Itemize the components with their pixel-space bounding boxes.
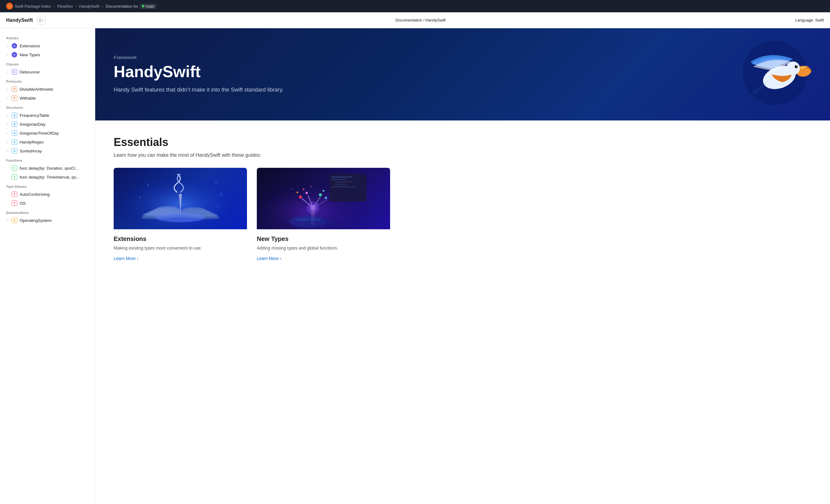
chevron-icon: › [5,149,9,153]
func-badge-2: f [12,174,17,180]
svg-rect-1 [41,19,43,20]
cards-grid: + { } [] ≡ # Extensions Making ex [114,168,390,267]
card-extensions-title: Extensions [114,235,247,243]
sidebar-section-classes: Classes [0,59,95,67]
sidebar-item-operatingsystem[interactable]: › E OperatingSystem [2,216,93,225]
sidebar-item-gregorianday[interactable]: › S GregorianDay [2,120,93,128]
svg-rect-23 [331,179,347,180]
typealias-badge-1: T [12,191,17,197]
sidebar-item-frequencytable[interactable]: › S FrequencyTable [2,111,93,120]
card-extensions-desc: Making existing types more convenient to… [114,245,247,251]
card-new-types-body: New Types Adding missing types and globa… [257,229,390,267]
breadcrumb-handyswift[interactable]: HandySwift [79,4,99,9]
header-left: HandySwift [6,16,46,25]
struct-badge-2: S [12,121,17,127]
sidebar-gregorianday-label: GregorianDay [20,122,88,127]
sidebar-section-functions: Functions [0,156,95,163]
struct-badge-1: S [12,113,17,118]
language-selector[interactable]: Language: Swift [795,18,824,23]
breadcrumb-swift-package-index[interactable]: Swift Package Index [15,4,51,9]
svg-point-32 [299,195,302,198]
sidebar-section-structures: Structures [0,103,95,111]
sidebar-sortedarray-label: SortedArray [20,149,88,153]
svg-text:#: # [217,205,219,208]
svg-point-10 [787,61,800,75]
card-extensions-learn-more[interactable]: Learn More › [114,256,138,261]
sidebar-item-gregoriantimeofday[interactable]: › S GregorianTimeOfDay [2,129,93,137]
svg-point-35 [325,197,327,199]
svg-rect-25 [334,184,347,185]
language-value-text: Swift [815,18,824,23]
hero-text: Framework HandySwift Handy Swift feature… [114,55,284,94]
struct-badge-3: S [12,130,17,136]
sidebar-new-types-label: New Types [20,53,88,57]
hero-title: HandySwift [114,63,284,81]
card-extensions: + { } [] ≡ # Extensions Making ex [114,168,247,267]
sidebar-section-articles: Articles [0,33,95,41]
svg-text:{ }: { } [214,180,218,184]
sidebar-item-func-delay-duration[interactable]: › f func delay(by: Duration, qosCl... [2,164,93,172]
svg-text:+: + [147,182,149,187]
language-label: Language: [795,18,814,23]
learn-more-label-new-types: Learn More [257,256,279,261]
svg-point-19 [156,213,205,222]
protocol-badge-2: P [12,95,17,101]
extensions-illustration: + { } [] ≡ # [114,168,247,229]
sidebar-item-new-types[interactable]: › A New Types [2,51,93,59]
breadcrumb-current: HandySwift [425,18,446,23]
breadcrumb-flinedev[interactable]: FlineDev [57,4,73,9]
card-new-types: * ✦ [257,168,390,267]
learn-more-label-extensions: Learn More [114,256,136,261]
svg-rect-21 [329,174,366,201]
svg-text:A: A [13,45,15,47]
sidebar-item-os[interactable]: › T OS [2,199,93,208]
svg-point-33 [305,192,308,194]
sidebar-toggle-button[interactable] [37,16,46,25]
svg-point-38 [323,190,324,192]
sidebar-item-autoconforming[interactable]: › T AutoConforming [2,190,93,198]
sidebar-divisiblearithmetic-label: DivisibleArithmetic [20,87,88,92]
svg-point-34 [319,193,322,196]
site-title: HandySwift [6,18,33,23]
svg-rect-2 [41,20,43,21]
branch-dot [142,5,145,7]
branch-name: main [146,4,154,9]
main-content: Framework HandySwift Handy Swift feature… [95,28,830,504]
sidebar: Articles › A Extensions › A [0,28,95,504]
new-types-illustration: * ✦ [257,168,390,229]
sidebar-operatingsystem-label: OperatingSystem [20,218,88,223]
sidebar-item-withable[interactable]: › P Withable [2,94,93,102]
svg-rect-26 [331,186,356,187]
class-badge: C [12,69,17,75]
sidebar-frequencytable-label: FrequencyTable [20,113,88,118]
hero-banner: Framework HandySwift Handy Swift feature… [95,28,830,121]
svg-text:≡: ≡ [139,195,141,199]
card-new-types-desc: Adding missing types and global function… [257,245,390,251]
svg-rect-43 [296,219,320,221]
func-badge-1: f [12,165,17,171]
breadcrumb-sep-1: › [54,4,55,9]
svg-point-36 [296,191,298,193]
body-area: Articles › A Extensions › A [0,28,830,504]
card-extensions-body: Extensions Making existing types more co… [114,229,247,267]
top-breadcrumb-bar: ⚙ Swift Package Index › FlineDev › Handy… [0,0,830,12]
sidebar-item-func-delay-timeinterval[interactable]: › f func delay(by: TimeInterval, qo... [2,173,93,181]
essentials-title: Essentials [114,136,811,149]
chevron-icon: › [5,114,9,117]
new-types-badge: A [12,52,17,58]
sidebar-item-handyregex[interactable]: › S HandyRegex [2,138,93,146]
sidebar-func-delay-timeinterval-label: func delay(by: TimeInterval, qo... [20,175,88,180]
sidebar-item-debouncer[interactable]: › C Debouncer [2,68,93,76]
sidebar-item-extensions[interactable]: › A Extensions [2,41,93,50]
breadcrumb-doc-for: Documentation for [106,4,138,9]
svg-rect-0 [39,18,41,23]
svg-rect-24 [334,181,353,183]
essentials-description: Learn how you can make the most of Handy… [114,152,811,158]
card-new-types-learn-more[interactable]: Learn More › [257,256,281,261]
swift-package-index-logo: ⚙ [6,3,13,9]
branch-badge: main [140,4,156,9]
card-new-types-title: New Types [257,235,390,243]
protocol-badge-1: P [12,86,17,92]
sidebar-item-divisiblearithmetic[interactable]: › P DivisibleArithmetic [2,85,93,93]
sidebar-item-sortedarray[interactable]: › S SortedArray [2,147,93,155]
